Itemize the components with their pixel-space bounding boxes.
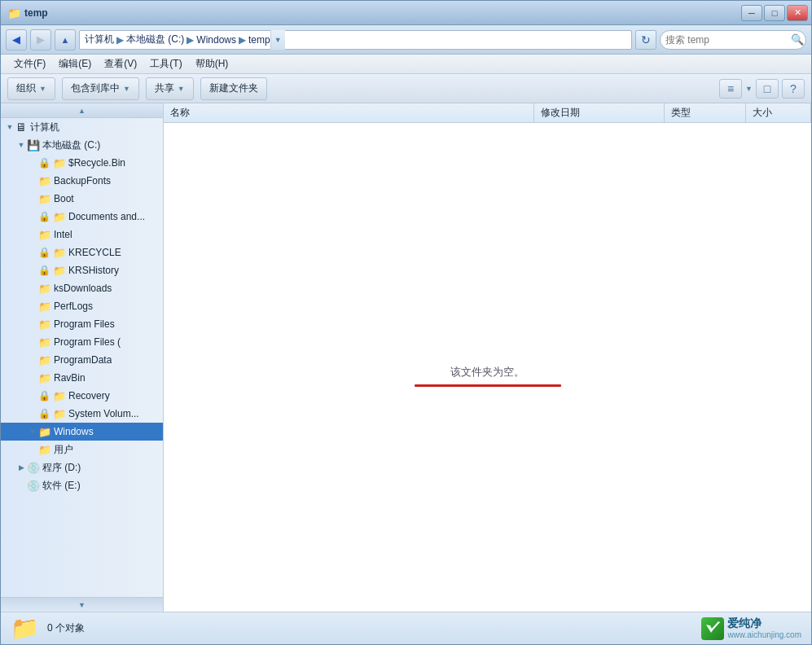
sidebar-item-krecycle[interactable]: 🔒 📁 KRECYCLE — [1, 244, 163, 261]
sidebar-item-recovery[interactable]: 🔒 📁 Recovery — [1, 387, 163, 405]
sidebar-item-krshistory[interactable]: 🔒 📁 KRSHistory — [1, 261, 163, 279]
view-details-button[interactable]: ≡ — [719, 79, 742, 99]
programfiles86-expand — [27, 336, 38, 348]
sidebar-item-drive-c[interactable]: ▼ 💾 本地磁盘 (C:) — [1, 136, 163, 154]
boot-expand — [27, 193, 38, 204]
sidebar-item-boot[interactable]: 📁 Boot — [1, 190, 163, 208]
windows-expand: ▼ — [27, 426, 38, 437]
sidebar-item-users[interactable]: 📁 用户 — [1, 441, 163, 459]
drive-c-label: 本地磁盘 (C:) — [42, 138, 100, 152]
col-header-size[interactable]: 大小 — [746, 103, 811, 122]
sidebar-item-intel[interactable]: 📁 Intel — [1, 226, 163, 244]
users-label: 用户 — [54, 443, 73, 457]
close-button[interactable]: ✕ — [787, 5, 808, 21]
new-folder-button[interactable]: 新建文件夹 — [200, 77, 267, 100]
drive-c-expand-icon: ▼ — [15, 139, 27, 151]
brand-check-icon — [704, 620, 722, 638]
window-title: temp — [24, 7, 48, 19]
systemvolume-folder-icon: 📁 — [53, 408, 66, 420]
menu-view[interactable]: 查看(V) — [98, 55, 143, 72]
forward-button[interactable]: ▶ — [30, 29, 51, 50]
menu-help[interactable]: 帮助(H) — [189, 55, 235, 72]
sidebar-item-perflogs[interactable]: 📁 PerfLogs — [1, 297, 163, 315]
intel-label: Intel — [54, 229, 72, 240]
backupfonts-label: BackupFonts — [54, 175, 111, 186]
preview-pane-button[interactable]: □ — [756, 79, 779, 99]
path-segment-windows: Windows — [196, 34, 236, 46]
recycle-folder-icon: 📁 — [53, 157, 66, 169]
computer-label: 计算机 — [30, 121, 59, 134]
empty-underline — [415, 384, 561, 387]
path-segment-temp: temp — [248, 34, 270, 46]
help-button[interactable]: ? — [782, 79, 805, 99]
up-button[interactable]: ▲ — [55, 29, 76, 50]
minimize-button[interactable]: ─ — [741, 5, 762, 21]
search-input[interactable] — [665, 34, 788, 46]
sidebar-item-systemvolume[interactable]: 🔒 📁 System Volum... — [1, 405, 163, 423]
maximize-button[interactable]: □ — [764, 5, 785, 21]
sidebar-item-ravbin[interactable]: 📁 RavBin — [1, 369, 163, 387]
computer-icon: 🖥 — [15, 121, 27, 134]
sidebar-item-recycle[interactable]: 🔒 📁 $Recycle.Bin — [1, 154, 163, 172]
drive-c-icon: 💾 — [27, 139, 40, 151]
ksdownloads-folder-icon: 📁 — [38, 283, 51, 295]
scroll-down-button[interactable]: ▼ — [1, 597, 163, 612]
sidebar-item-programfiles86[interactable]: 📁 Program Files ( — [1, 333, 163, 351]
sidebar-item-drive-d[interactable]: ▶ 💿 程序 (D:) — [1, 459, 163, 476]
perflogs-label: PerfLogs — [54, 301, 93, 312]
sidebar-item-programdata[interactable]: 📁 ProgramData — [1, 351, 163, 369]
menu-file[interactable]: 文件(F) — [7, 55, 52, 72]
content-area: 名称 修改日期 类型 大小 该文件夹为空。 — [164, 103, 811, 612]
back-button[interactable]: ◀ — [6, 29, 27, 50]
menu-edit[interactable]: 编辑(E) — [52, 55, 98, 72]
organize-arrow: ▼ — [39, 85, 46, 93]
recycle-lock-icon: 🔒 — [38, 157, 50, 169]
recycle-label: $Recycle.Bin — [68, 157, 125, 169]
col-header-date[interactable]: 修改日期 — [534, 103, 665, 122]
title-bar-left: 📁 temp — [7, 7, 48, 20]
status-bar: 📁 0 个对象 爱纯净 www.aichunjing.com — [1, 612, 811, 644]
brand-logo: 爱纯净 www.aichunjing.com — [701, 617, 801, 640]
programfiles86-label: Program Files ( — [54, 336, 121, 348]
col-header-name[interactable]: 名称 — [164, 103, 534, 122]
krecycle-folder-icon: 📁 — [53, 247, 66, 259]
documents-expand — [27, 211, 38, 222]
status-count: 0 个对象 — [47, 621, 85, 635]
systemvolume-lock-icon: 🔒 — [38, 408, 50, 419]
sidebar-item-drive-e[interactable]: 💿 软件 (E:) — [1, 476, 163, 494]
search-button[interactable]: 🔍 — [791, 32, 804, 48]
sidebar-item-documents[interactable]: 🔒 📁 Documents and... — [1, 208, 163, 226]
col-header-type[interactable]: 类型 — [665, 103, 746, 122]
drive-d-expand: ▶ — [15, 462, 27, 473]
sidebar-item-backupfonts[interactable]: 📁 BackupFonts — [1, 172, 163, 190]
documents-label: Documents and... — [68, 211, 145, 222]
krecycle-lock-icon: 🔒 — [38, 247, 50, 258]
share-button[interactable]: 共享 ▼ — [146, 77, 194, 100]
refresh-button[interactable]: ↻ — [635, 30, 656, 50]
documents-folder-icon: 📁 — [53, 211, 66, 223]
drive-e-label: 软件 (E:) — [42, 479, 81, 493]
view-dropdown-arrow[interactable]: ▼ — [745, 79, 753, 99]
sidebar-item-computer[interactable]: ▼ 🖥 计算机 — [1, 118, 163, 136]
windows-folder-icon: 📁 — [38, 426, 51, 438]
sidebar-item-programfiles[interactable]: 📁 Program Files — [1, 315, 163, 333]
path-sep-2: ▶ — [187, 34, 194, 46]
sidebar-item-ksdownloads[interactable]: 📁 ksDownloads — [1, 279, 163, 297]
path-dropdown-button[interactable]: ▼ — [270, 30, 285, 50]
perflogs-folder-icon: 📁 — [38, 301, 51, 313]
organize-button[interactable]: 组织 ▼ — [7, 77, 55, 100]
backupfonts-expand — [27, 175, 38, 186]
brand-name: 爱纯净 — [727, 617, 801, 630]
scroll-up-button[interactable]: ▲ — [1, 103, 163, 118]
include-library-button[interactable]: 包含到库中 ▼ — [62, 77, 139, 100]
path-sep-1: ▶ — [116, 34, 124, 46]
sidebar-scroll[interactable]: ▼ 🖥 计算机 ▼ 💾 本地磁盘 (C:) 🔒 📁 $Recycle.Bin — [1, 118, 163, 597]
documents-lock-icon: 🔒 — [38, 211, 50, 222]
programdata-folder-icon: 📁 — [38, 354, 51, 366]
recovery-lock-icon: 🔒 — [38, 390, 50, 401]
drive-d-label: 程序 (D:) — [42, 461, 81, 475]
menu-bar: 文件(F) 编辑(E) 查看(V) 工具(T) 帮助(H) — [1, 55, 811, 74]
path-bar[interactable]: 计算机 ▶ 本地磁盘 (C:) ▶ Windows ▶ temp ▼ — [79, 30, 632, 50]
menu-tools[interactable]: 工具(T) — [143, 55, 188, 72]
sidebar-item-windows[interactable]: ▼ 📁 Windows — [1, 423, 163, 441]
